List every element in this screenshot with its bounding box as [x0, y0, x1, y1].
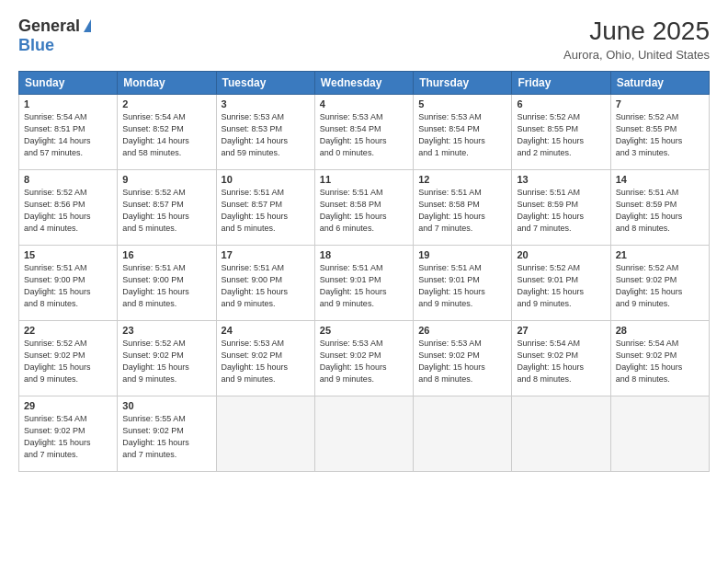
day-number: 6 — [517, 98, 605, 109]
day-number: 7 — [616, 98, 704, 109]
day-info: Sunrise: 5:51 AM Sunset: 8:59 PM Dayligh… — [616, 187, 704, 235]
day-number: 28 — [616, 325, 704, 336]
table-row: 14Sunrise: 5:51 AM Sunset: 8:59 PM Dayli… — [610, 170, 709, 246]
table-row: 12Sunrise: 5:51 AM Sunset: 8:58 PM Dayli… — [414, 170, 512, 246]
table-row: 8Sunrise: 5:52 AM Sunset: 8:56 PM Daylig… — [19, 170, 118, 246]
day-number: 4 — [320, 98, 408, 109]
day-info: Sunrise: 5:51 AM Sunset: 9:00 PM Dayligh… — [24, 262, 112, 310]
table-row — [414, 396, 512, 472]
day-info: Sunrise: 5:51 AM Sunset: 9:01 PM Dayligh… — [418, 262, 506, 310]
table-row: 30Sunrise: 5:55 AM Sunset: 9:02 PM Dayli… — [118, 396, 216, 472]
logo-icon — [84, 19, 91, 32]
col-thursday: Thursday — [414, 72, 512, 95]
calendar-row: 1Sunrise: 5:54 AM Sunset: 8:51 PM Daylig… — [19, 95, 710, 170]
day-info: Sunrise: 5:52 AM Sunset: 8:56 PM Dayligh… — [24, 187, 112, 235]
table-row: 24Sunrise: 5:53 AM Sunset: 9:02 PM Dayli… — [216, 321, 314, 396]
day-number: 9 — [122, 174, 210, 185]
day-info: Sunrise: 5:54 AM Sunset: 9:02 PM Dayligh… — [517, 338, 605, 385]
table-row: 16Sunrise: 5:51 AM Sunset: 9:00 PM Dayli… — [118, 246, 216, 321]
day-info: Sunrise: 5:53 AM Sunset: 9:02 PM Dayligh… — [222, 338, 310, 385]
table-row: 1Sunrise: 5:54 AM Sunset: 8:51 PM Daylig… — [19, 95, 118, 170]
day-info: Sunrise: 5:54 AM Sunset: 8:52 PM Dayligh… — [122, 111, 210, 159]
day-number: 5 — [418, 98, 506, 109]
day-info: Sunrise: 5:53 AM Sunset: 8:54 PM Dayligh… — [320, 111, 408, 159]
table-row: 21Sunrise: 5:52 AM Sunset: 9:02 PM Dayli… — [610, 246, 709, 321]
table-row: 3Sunrise: 5:53 AM Sunset: 8:53 PM Daylig… — [216, 95, 314, 170]
table-row: 27Sunrise: 5:54 AM Sunset: 9:02 PM Dayli… — [512, 321, 610, 396]
day-info: Sunrise: 5:55 AM Sunset: 9:02 PM Dayligh… — [122, 413, 210, 461]
day-number: 25 — [320, 325, 408, 336]
day-number: 10 — [222, 174, 310, 185]
table-row: 20Sunrise: 5:52 AM Sunset: 9:01 PM Dayli… — [512, 246, 610, 321]
day-info: Sunrise: 5:54 AM Sunset: 9:02 PM Dayligh… — [24, 413, 112, 461]
day-info: Sunrise: 5:53 AM Sunset: 8:53 PM Dayligh… — [222, 111, 310, 159]
table-row: 13Sunrise: 5:51 AM Sunset: 8:59 PM Dayli… — [512, 170, 610, 246]
day-number: 15 — [24, 249, 112, 260]
col-sunday: Sunday — [19, 72, 118, 95]
calendar-row: 22Sunrise: 5:52 AM Sunset: 9:02 PM Dayli… — [19, 321, 710, 396]
day-info: Sunrise: 5:51 AM Sunset: 8:59 PM Dayligh… — [517, 187, 605, 235]
logo: General Blue — [18, 17, 91, 55]
day-info: Sunrise: 5:53 AM Sunset: 9:02 PM Dayligh… — [320, 338, 408, 385]
day-info: Sunrise: 5:52 AM Sunset: 8:57 PM Dayligh… — [122, 187, 210, 235]
calendar-row: 15Sunrise: 5:51 AM Sunset: 9:00 PM Dayli… — [19, 246, 710, 321]
table-row: 9Sunrise: 5:52 AM Sunset: 8:57 PM Daylig… — [118, 170, 216, 246]
col-monday: Monday — [118, 72, 216, 95]
day-number: 13 — [517, 174, 605, 185]
page: General Blue June 2025 Aurora, Ohio, Uni… — [0, 0, 728, 563]
table-row — [216, 396, 314, 472]
col-friday: Friday — [512, 72, 610, 95]
day-number: 20 — [517, 249, 605, 260]
day-info: Sunrise: 5:52 AM Sunset: 9:02 PM Dayligh… — [616, 262, 704, 310]
col-wednesday: Wednesday — [314, 72, 413, 95]
day-number: 29 — [24, 400, 112, 411]
day-number: 2 — [122, 98, 210, 109]
day-number: 12 — [418, 174, 506, 185]
day-info: Sunrise: 5:51 AM Sunset: 9:00 PM Dayligh… — [222, 262, 310, 310]
calendar-row: 8Sunrise: 5:52 AM Sunset: 8:56 PM Daylig… — [19, 170, 710, 246]
day-info: Sunrise: 5:51 AM Sunset: 9:01 PM Dayligh… — [320, 262, 408, 310]
col-saturday: Saturday — [610, 72, 709, 95]
logo-blue: Blue — [18, 36, 54, 55]
table-row: 4Sunrise: 5:53 AM Sunset: 8:54 PM Daylig… — [314, 95, 413, 170]
day-info: Sunrise: 5:51 AM Sunset: 8:57 PM Dayligh… — [222, 187, 310, 235]
day-info: Sunrise: 5:54 AM Sunset: 8:51 PM Dayligh… — [24, 111, 112, 159]
day-info: Sunrise: 5:53 AM Sunset: 9:02 PM Dayligh… — [418, 338, 506, 385]
day-number: 27 — [517, 325, 605, 336]
calendar-header-row: Sunday Monday Tuesday Wednesday Thursday… — [19, 72, 710, 95]
table-row: 6Sunrise: 5:52 AM Sunset: 8:55 PM Daylig… — [512, 95, 610, 170]
table-row: 25Sunrise: 5:53 AM Sunset: 9:02 PM Dayli… — [314, 321, 413, 396]
day-info: Sunrise: 5:53 AM Sunset: 8:54 PM Dayligh… — [418, 111, 506, 159]
table-row: 18Sunrise: 5:51 AM Sunset: 9:01 PM Dayli… — [314, 246, 413, 321]
title-block: June 2025 Aurora, Ohio, United States — [563, 17, 710, 62]
table-row: 2Sunrise: 5:54 AM Sunset: 8:52 PM Daylig… — [118, 95, 216, 170]
table-row: 11Sunrise: 5:51 AM Sunset: 8:58 PM Dayli… — [314, 170, 413, 246]
day-info: Sunrise: 5:52 AM Sunset: 8:55 PM Dayligh… — [616, 111, 704, 159]
day-info: Sunrise: 5:51 AM Sunset: 8:58 PM Dayligh… — [320, 187, 408, 235]
day-number: 3 — [222, 98, 310, 109]
month-title: June 2025 — [563, 17, 710, 46]
logo-general: General — [18, 17, 80, 36]
day-number: 23 — [122, 325, 210, 336]
calendar-row: 29Sunrise: 5:54 AM Sunset: 9:02 PM Dayli… — [19, 396, 710, 472]
day-number: 16 — [122, 249, 210, 260]
table-row — [610, 396, 709, 472]
day-info: Sunrise: 5:52 AM Sunset: 9:02 PM Dayligh… — [122, 338, 210, 385]
col-tuesday: Tuesday — [216, 72, 314, 95]
header: General Blue June 2025 Aurora, Ohio, Uni… — [18, 17, 710, 62]
table-row: 19Sunrise: 5:51 AM Sunset: 9:01 PM Dayli… — [414, 246, 512, 321]
location: Aurora, Ohio, United States — [563, 48, 710, 62]
table-row — [314, 396, 413, 472]
table-row: 23Sunrise: 5:52 AM Sunset: 9:02 PM Dayli… — [118, 321, 216, 396]
day-number: 1 — [24, 98, 112, 109]
table-row: 28Sunrise: 5:54 AM Sunset: 9:02 PM Dayli… — [610, 321, 709, 396]
day-info: Sunrise: 5:52 AM Sunset: 8:55 PM Dayligh… — [517, 111, 605, 159]
table-row: 10Sunrise: 5:51 AM Sunset: 8:57 PM Dayli… — [216, 170, 314, 246]
day-number: 8 — [24, 174, 112, 185]
day-info: Sunrise: 5:51 AM Sunset: 9:00 PM Dayligh… — [122, 262, 210, 310]
table-row: 17Sunrise: 5:51 AM Sunset: 9:00 PM Dayli… — [216, 246, 314, 321]
table-row: 7Sunrise: 5:52 AM Sunset: 8:55 PM Daylig… — [610, 95, 709, 170]
table-row: 26Sunrise: 5:53 AM Sunset: 9:02 PM Dayli… — [414, 321, 512, 396]
day-info: Sunrise: 5:52 AM Sunset: 9:02 PM Dayligh… — [24, 338, 112, 385]
day-number: 30 — [122, 400, 210, 411]
